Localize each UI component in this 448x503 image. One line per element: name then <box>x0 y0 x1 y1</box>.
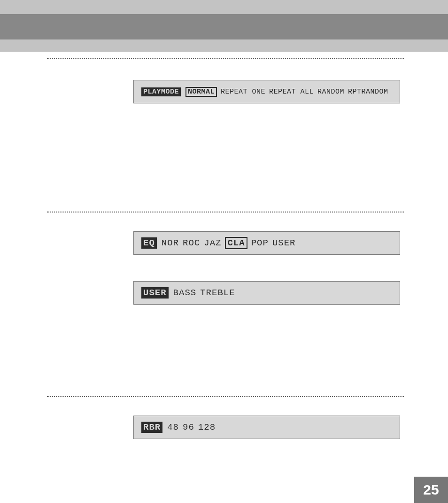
playmode-option: RANDOM <box>317 88 344 96</box>
rbr-option: 96 <box>183 422 194 432</box>
lcd-eq: EQ NOR ROC JAZ CLA POP USER <box>133 231 400 255</box>
header-band-light-upper <box>0 0 448 14</box>
header-band-dark <box>0 14 448 39</box>
lcd-playmode: PLAYMODE NORMAL REPEAT ONE REPEAT ALL RA… <box>133 80 400 103</box>
playmode-option: REPEAT ALL <box>269 88 314 96</box>
playmode-option: RPTRANDOM <box>348 88 388 96</box>
rbr-option: 128 <box>198 422 216 432</box>
lcd-rbr: RBR 48 96 128 <box>133 416 400 439</box>
eq-option: NOR <box>162 238 179 248</box>
eq-option: USER <box>272 238 296 248</box>
section-divider <box>47 396 404 397</box>
page-number: 25 <box>423 482 439 498</box>
playmode-label: PLAYMODE <box>141 87 181 96</box>
eq-selected: CLA <box>225 237 247 249</box>
page-number-badge: 25 <box>414 477 448 503</box>
lcd-user: USER BASS TREBLE <box>133 281 400 305</box>
user-option: BASS <box>173 288 197 298</box>
header-band-light-lower <box>0 39 448 52</box>
eq-option: POP <box>251 238 269 248</box>
user-label: USER <box>141 287 169 299</box>
eq-label: EQ <box>141 237 157 249</box>
section-divider <box>47 58 404 59</box>
rbr-label: RBR <box>141 422 162 433</box>
user-option: TREBLE <box>200 288 235 298</box>
playmode-selected: NORMAL <box>185 87 217 97</box>
rbr-option: 48 <box>167 422 179 432</box>
section-divider <box>47 212 404 212</box>
playmode-option: REPEAT ONE <box>221 88 265 96</box>
eq-option: JAZ <box>204 238 221 248</box>
eq-option: ROC <box>183 238 200 248</box>
